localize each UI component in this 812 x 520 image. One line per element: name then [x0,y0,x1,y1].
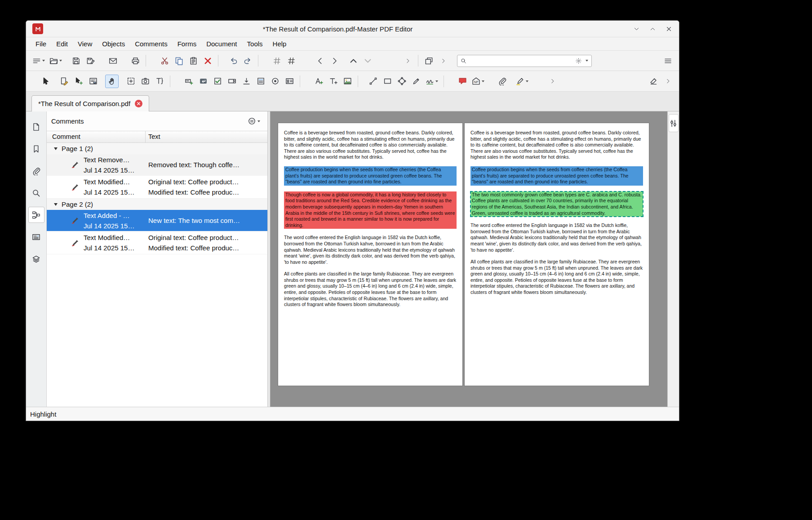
stamp-button[interactable] [470,75,486,88]
column-comment[interactable]: Comment [47,131,146,142]
comments-group-page2[interactable]: Page 2 (2) [47,199,267,210]
next-page-button[interactable] [361,54,374,67]
sticky-note-button[interactable] [456,75,469,88]
collapse-caret-icon[interactable] [54,147,58,150]
copy-button[interactable] [172,54,186,67]
page-properties-button[interactable] [669,114,679,132]
show-grid-button[interactable] [270,54,284,67]
scissors-icon [160,57,169,65]
comment-row[interactable]: Text Modified… Jul 14 2025 15… Original … [47,176,267,199]
search-input[interactable] [469,57,573,65]
more-navigation-button[interactable] [401,54,414,67]
select-tool-button[interactable] [39,75,52,88]
menu-objects[interactable]: Objects [97,39,130,49]
save-as-button[interactable] [84,54,97,67]
menu-file[interactable]: File [31,39,51,49]
marquee-zoom-button[interactable] [124,75,138,88]
combobox-tool-button[interactable] [225,75,239,88]
sidebar-item-layers[interactable] [28,251,44,267]
edit-document-button[interactable] [58,75,71,88]
cut-button[interactable] [158,54,171,67]
bookmark-icon [32,145,40,153]
toolbar-options-button[interactable] [661,54,674,67]
select-objects-button[interactable] [72,75,85,88]
sidebar-item-comments[interactable] [28,207,44,223]
edit-forms-button[interactable] [86,75,100,88]
attach-file-button[interactable] [495,75,509,88]
camera-icon [141,77,150,85]
sidebar-item-attachments[interactable] [28,163,44,179]
add-image-button[interactable] [341,75,354,88]
menu-comments[interactable]: Comments [130,39,173,49]
menu-help[interactable]: Help [268,39,292,49]
paragraph-highlight-green[interactable]: The two most commonly grown coffee bean … [470,191,643,217]
add-text-button[interactable] [326,75,340,88]
note-icon [458,77,467,85]
collapse-caret-icon[interactable] [54,203,58,206]
menu-tools[interactable]: Tools [242,39,268,49]
signature-button[interactable] [424,75,440,88]
snapshot-button[interactable] [138,75,152,88]
menu-view[interactable]: View [73,39,97,49]
comment-date: Jul 14 2025 15… [84,243,134,253]
format-text-button[interactable] [312,75,325,88]
redo-button[interactable] [241,54,254,67]
email-button[interactable] [106,54,120,67]
menu-edit[interactable]: Edit [51,39,73,49]
sidebar-item-pages[interactable] [28,119,44,135]
new-window-button[interactable] [422,54,435,67]
maximize-button[interactable] [648,25,657,33]
gear-icon[interactable] [576,58,581,64]
snap-grid-button[interactable] [284,54,298,67]
sidebar-item-search[interactable] [28,185,44,201]
comments-options-button[interactable] [246,116,262,127]
highlighter-button[interactable] [514,75,530,88]
listbox-tool-button[interactable] [254,75,267,88]
comment-row-selected[interactable]: Text Added - … Jul 14 2025 15… New text:… [47,210,267,231]
close-button[interactable] [665,25,673,33]
text-baseline-button[interactable] [240,75,253,88]
text-field-button[interactable] [182,75,195,88]
comment-row[interactable]: Text Modified… Jul 14 2025 15… Original … [47,231,267,254]
comments-group-page1[interactable]: Page 1 (2) [47,143,267,154]
pencil-tool-button[interactable] [409,75,423,88]
rectangle-tool-button[interactable] [381,75,394,88]
paragraph-highlight-blue[interactable]: Coffee production begins when the seeds … [470,166,643,186]
eraser-tool-button[interactable] [647,75,660,88]
delete-button[interactable] [201,54,214,67]
next-view-button[interactable] [328,54,341,67]
document-tab[interactable]: *The Result of Comparison.pdf [31,95,149,111]
more-annotations-button[interactable] [546,75,559,88]
document-view[interactable]: Coffee is a beverage brewed from roasted… [271,111,667,407]
tab-close-button[interactable] [135,100,142,107]
ellipse-nodes-tool-button[interactable] [395,75,408,88]
radio-button-tool[interactable] [268,75,282,88]
print-button[interactable] [129,54,142,67]
name-badge-tool-button[interactable] [283,75,296,88]
more-tools-button[interactable] [661,75,674,88]
hand-tool-button[interactable] [105,75,119,88]
menu-forms[interactable]: Forms [173,39,202,49]
checkbox-tool-button[interactable] [211,75,224,88]
minimize-button[interactable] [632,25,640,33]
save-button[interactable] [69,54,83,67]
sidebar-item-form-fields[interactable] [28,229,44,245]
more-window-button[interactable] [436,54,450,67]
undo-button[interactable] [226,54,240,67]
comment-row[interactable]: Text Remove… Jul 14 2025 15… Removed tex… [47,154,267,176]
paste-button[interactable] [186,54,200,67]
paragraph-highlight-red[interactable]: Though coffee is now a global commodity,… [284,191,457,229]
menu-document[interactable]: Document [201,39,242,49]
text-cursor-icon [155,77,164,85]
column-text[interactable]: Text [146,131,267,142]
push-button-tool[interactable] [196,75,210,88]
sidebar-item-bookmarks[interactable] [28,141,44,157]
previous-view-button[interactable] [313,54,327,67]
open-button[interactable] [48,54,64,67]
line-tool-button[interactable] [366,75,380,88]
select-text-button[interactable] [153,75,166,88]
paragraph-highlight-blue[interactable]: Coffee production begins when the seeds … [284,166,457,186]
previous-page-button[interactable] [346,54,360,67]
page-view-menu-button[interactable] [31,54,47,67]
dropdown-caret-icon[interactable] [586,60,588,62]
